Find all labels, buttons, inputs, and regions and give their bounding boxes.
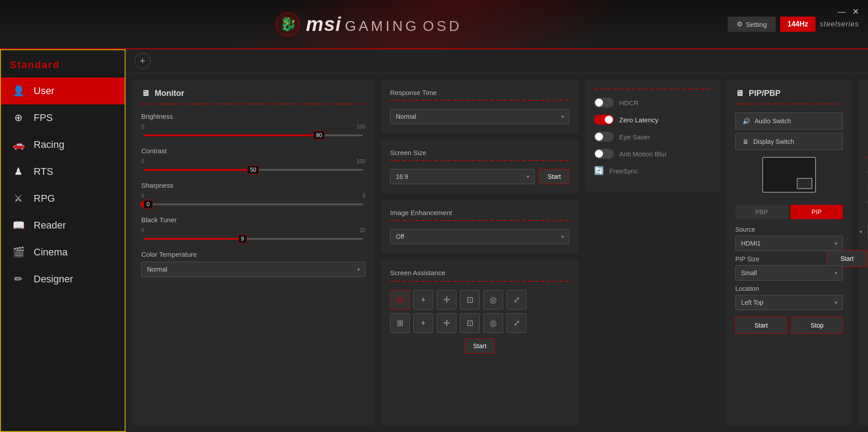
- sharpness-value: 0: [143, 200, 153, 209]
- screen-size-start-button[interactable]: Start: [539, 169, 569, 184]
- image-enhancement-divider: [390, 220, 569, 221]
- pip-panel-header: 🖥 PIP/PBP: [735, 89, 843, 98]
- eye-saver-row: Eye Saver: [594, 132, 711, 142]
- sidebar-item-user[interactable]: 👤 User: [1, 78, 125, 104]
- minimize-button[interactable]: —: [838, 7, 846, 17]
- zero-latency-label: Zero Latency: [619, 116, 659, 124]
- display-switch-button[interactable]: 🖥 Display Switch: [735, 133, 843, 150]
- contrast-label: Contrast: [141, 147, 365, 155]
- pip-preview: [762, 157, 816, 193]
- pbp-pip-tabs: PBP PIP: [735, 205, 843, 219]
- alarm-start-button[interactable]: Start: [826, 250, 868, 267]
- toggles-section: HDCR Zero Latency Eye Saver Anti: [585, 80, 720, 192]
- sidebar-label-user: User: [34, 85, 54, 97]
- pip-preview-inner: [797, 178, 812, 189]
- image-enhancement-section: Image Enhancement Off Weak Medium Strong…: [381, 200, 578, 253]
- sharpness-slider-container: 0: [141, 203, 365, 205]
- sidebar-label-rpg: RPG: [34, 193, 55, 204]
- brightness-min: 0: [141, 124, 144, 130]
- pip-tab[interactable]: PIP: [790, 205, 843, 219]
- black-tuner-track[interactable]: 9: [143, 238, 363, 240]
- window-controls: — ✕: [838, 7, 859, 17]
- screen-icon-12[interactable]: ⤢: [507, 313, 526, 333]
- screen-size-label: Screen Size: [390, 149, 569, 156]
- screen-icon-10[interactable]: ⊡: [460, 313, 480, 333]
- pip-label: PIP/PBP: [749, 89, 781, 98]
- title-right: ⚙ Setting 144Hz steelseries: [728, 17, 859, 32]
- tab-bar: +: [126, 49, 868, 73]
- setting-label: Setting: [746, 21, 767, 28]
- screen-icon-4[interactable]: ⊡: [460, 290, 480, 310]
- contrast-track[interactable]: 50: [143, 169, 363, 171]
- screen-icon-3[interactable]: ✛: [437, 290, 456, 310]
- screen-icon-1[interactable]: ⊞: [390, 290, 410, 310]
- screen-icon-8[interactable]: +: [413, 313, 433, 333]
- audio-switch-button[interactable]: 🔊 Audio Switch: [735, 112, 843, 130]
- sidebar-item-rts[interactable]: ♟ RTS: [1, 158, 125, 185]
- screen-size-select[interactable]: 16:9 4:3 1:1: [390, 169, 534, 184]
- response-divider: [390, 100, 569, 101]
- pip-icon: 🖥: [735, 89, 743, 98]
- color-temp-select[interactable]: Normal Cool Warm Custom: [141, 262, 365, 277]
- screen-assistance-start-button[interactable]: Start: [464, 338, 495, 354]
- brightness-track[interactable]: 80: [143, 134, 363, 136]
- eye-saver-toggle[interactable]: [594, 132, 614, 142]
- screen-icon-5[interactable]: ◎: [483, 290, 503, 310]
- contrast-row: Contrast 0 100 50: [141, 147, 365, 171]
- image-enhancement-select[interactable]: Off Weak Medium Strong Strongest: [390, 229, 569, 244]
- black-tuner-fill: [143, 238, 243, 240]
- monitor-panel-header: 🖥 Monitor: [141, 89, 365, 98]
- screen-assistance-section: Screen Assistance ⊞ + ✛ ⊡ ◎ ⤢ ⊞ + ✛: [381, 260, 578, 425]
- anti-motion-blur-toggle[interactable]: [594, 149, 614, 159]
- screen-icon-11[interactable]: ◎: [483, 313, 503, 333]
- logo-area: 🐉 msi GAMING OSD: [9, 11, 728, 38]
- screen-icon-2[interactable]: +: [413, 290, 433, 310]
- hdcr-toggle[interactable]: [594, 98, 614, 108]
- pip-location-dropdown-wrapper: Left Top Right Top Left Bottom Right Bot…: [735, 295, 843, 310]
- sidebar-item-fps[interactable]: ⊕ FPS: [1, 104, 125, 131]
- pip-stop-button[interactable]: Stop: [791, 317, 843, 334]
- pip-size-select[interactable]: Small Medium Large: [735, 265, 843, 281]
- middle-col: Response Time Normal Fast Fastest Scr: [381, 80, 578, 425]
- sidebar-item-racing[interactable]: 🚗 Racing: [1, 131, 125, 158]
- sidebar-item-cinema[interactable]: 🎬 Cinema: [1, 239, 125, 266]
- pip-location-select[interactable]: Left Top Right Top Left Bottom Right Bot…: [735, 295, 843, 310]
- logo-msi: msi: [306, 13, 341, 35]
- sharpness-track[interactable]: 0: [143, 203, 363, 205]
- rts-icon: ♟: [12, 165, 25, 178]
- contrast-max: 100: [356, 158, 365, 164]
- hdcr-row: HDCR: [594, 98, 711, 108]
- response-time-select[interactable]: Normal Fast Fastest: [390, 109, 569, 124]
- black-tuner-min: 0: [141, 227, 144, 233]
- screen-icon-9[interactable]: ✛: [437, 313, 456, 333]
- logo-osd: OSD: [423, 18, 462, 35]
- close-button[interactable]: ✕: [852, 7, 859, 17]
- setting-button[interactable]: ⚙ Setting: [728, 17, 776, 32]
- user-icon: 👤: [12, 85, 25, 97]
- sidebar-item-reader[interactable]: 📖 Reader: [1, 212, 125, 239]
- pbp-tab[interactable]: PBP: [735, 205, 788, 219]
- sharpness-label: Sharpness: [141, 181, 365, 189]
- toggles-divider: [594, 89, 711, 90]
- sharpness-row: Sharpness 0 5 0: [141, 181, 365, 205]
- sidebar-item-rpg[interactable]: ⚔ RPG: [1, 185, 125, 212]
- hdcr-label: HDCR: [619, 99, 638, 107]
- zero-latency-toggle[interactable]: [594, 115, 614, 125]
- black-tuner-value: 9: [238, 234, 247, 243]
- logo-gaming: GAMING: [345, 18, 419, 35]
- pip-actions: Start Stop: [735, 317, 843, 334]
- steelseries-logo: steelseries: [820, 20, 859, 28]
- sidebar-label-reader: Reader: [34, 220, 66, 231]
- pip-start-button[interactable]: Start: [735, 317, 787, 334]
- image-enhancement-dropdown-wrapper: Off Weak Medium Strong Strongest: [390, 229, 569, 244]
- rpg-icon: ⚔: [12, 192, 25, 205]
- brightness-row: Brightness 0 100 80: [141, 112, 365, 136]
- brightness-label: Brightness: [141, 112, 365, 120]
- msi-dragon-icon: 🐉: [274, 11, 301, 38]
- screen-icon-7[interactable]: ⊞: [390, 313, 410, 333]
- sidebar-item-designer[interactable]: ✏ Designer: [1, 266, 125, 293]
- screen-icon-6[interactable]: ⤢: [507, 290, 526, 310]
- add-tab-button[interactable]: +: [135, 53, 151, 69]
- screen-icons-grid: ⊞ + ✛ ⊡ ◎ ⤢ ⊞ + ✛ ⊡ ◎ ⤢: [390, 290, 569, 333]
- source-select[interactable]: HDMI1 HDMI2 DisplayPort: [735, 236, 843, 251]
